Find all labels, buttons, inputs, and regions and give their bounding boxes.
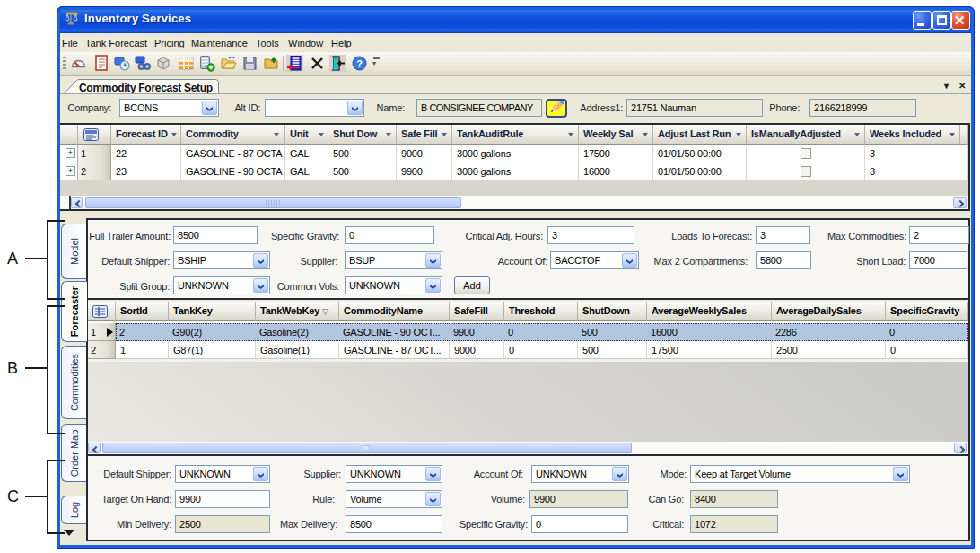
svg-text:?: ? (356, 58, 363, 69)
